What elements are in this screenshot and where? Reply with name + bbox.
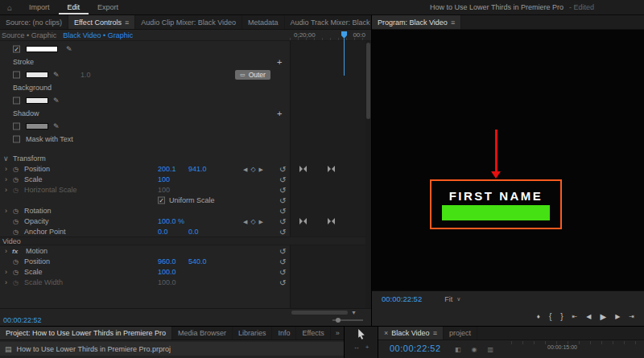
next-keyframe-icon[interactable]: ▶ [259,167,263,172]
stopwatch-icon[interactable]: ◷ [13,217,19,224]
twirl-open-icon[interactable]: ∨ [3,154,9,163]
anchor-x-value[interactable]: 0.0 [158,228,168,236]
go-to-in-button[interactable]: ⇤ [572,313,578,320]
reset-icon[interactable]: ↺ [279,195,286,204]
stroke-width-value[interactable]: 1.0 [80,71,91,79]
program-monitor[interactable]: FIRST NAME [372,30,644,290]
motion-position-y-value[interactable]: 540.0 [188,257,207,265]
twirl-icon[interactable]: › [5,165,7,173]
timeline-body[interactable]: 00:00:22:52 ◧ ◉ ▥ 00:00:15:00 [378,340,644,358]
tab-source-monitor[interactable]: Source: (no clips) [0,15,68,29]
zoom-slider[interactable] [332,319,363,321]
step-forward-button[interactable]: ▶ [615,313,620,320]
tab-edit[interactable]: Edit [59,0,89,14]
insert-overwrite-icon[interactable]: ◧ [455,346,461,353]
panel-menu-icon[interactable]: ≡ [451,19,455,27]
home-icon[interactable]: ⌂ [7,3,12,12]
reset-icon[interactable]: ↺ [279,175,286,183]
keyframe-icon[interactable] [328,218,335,224]
add-keyframe-icon[interactable]: ◇ [250,218,255,225]
lower-third-graphic[interactable]: FIRST NAME [430,179,562,229]
tab-export[interactable]: Export [89,0,127,14]
fx-badge-icon[interactable]: fx [12,247,18,254]
stopwatch-icon[interactable]: ◷ [13,257,19,265]
prev-keyframe-icon[interactable]: ◀ [243,219,247,224]
next-keyframe-icon[interactable]: ▶ [259,219,263,224]
reset-icon[interactable]: ↺ [279,216,286,225]
reset-icon[interactable]: ↺ [279,164,286,173]
panel-overflow-icon[interactable]: » [331,327,344,339]
project-file-item[interactable]: ▤ How to Use Lower Thirds in Premiere Pr… [0,342,344,356]
keyframe-icon[interactable] [328,166,335,172]
fill-enable-checkbox[interactable] [13,46,20,53]
tab-media-browser[interactable]: Media Browser [172,327,233,339]
eyedropper-icon[interactable]: ✎ [53,71,60,79]
linked-selection-icon[interactable]: ▥ [488,346,494,353]
eyedropper-icon[interactable]: ✎ [53,122,60,130]
timeline-timecode[interactable]: 00:00:22:52 [390,344,441,353]
go-to-out-button[interactable]: ⇥ [629,313,634,320]
opacity-value[interactable]: 100.0 % [158,217,184,225]
close-icon[interactable]: × [384,329,388,337]
shadow-color-swatch[interactable] [26,123,48,130]
twirl-icon[interactable]: › [5,207,7,215]
tab-project[interactable]: Project: How to Use Lower Thirds in Prem… [0,327,172,339]
breadcrumb-source[interactable]: Source • Graphic [2,31,56,39]
tab-audio-track-mixer[interactable]: Audio Track Mixer: Black Video [285,15,371,29]
tab-import[interactable]: Import [20,0,59,14]
effect-timeline-ruler[interactable]: 0;20;00 00:0 [290,30,365,40]
position-y-value[interactable]: 941.0 [188,165,207,173]
tab-audio-clip-mixer[interactable]: Audio Clip Mixer: Black Video [135,15,242,29]
tab-program-monitor[interactable]: Program: Black Video ≡ [372,15,461,29]
twirl-icon[interactable]: › [5,278,7,286]
reset-icon[interactable]: ↺ [279,278,286,286]
horizontal-scrollbar[interactable] [291,311,348,315]
tab-metadata[interactable]: Metadata [242,15,285,29]
keyframe-icon[interactable] [299,166,307,172]
reset-icon[interactable]: ↺ [279,267,286,276]
tab-libraries[interactable]: Libraries [233,327,273,339]
twirl-icon[interactable]: › [5,175,7,183]
stroke-enable-checkbox[interactable] [13,72,20,79]
scale-value[interactable]: 100 [158,175,170,183]
stopwatch-icon[interactable]: ◷ [13,268,19,275]
fill-color-swatch[interactable] [26,46,58,52]
motion-scale-value[interactable]: 100.0 [158,268,176,276]
reset-icon[interactable]: ↺ [279,185,286,194]
reset-icon[interactable]: ↺ [279,246,286,255]
background-color-swatch[interactable] [26,97,48,104]
stopwatch-icon[interactable]: ◷ [13,207,19,214]
motion-position-x-value[interactable]: 960.0 [158,257,176,265]
stopwatch-icon[interactable]: ◷ [13,175,19,183]
program-timecode[interactable]: 00:00:22:52 [382,294,422,303]
track-select-tool-icon[interactable]: ↔ [353,344,360,351]
effect-playhead[interactable] [341,31,347,76]
twirl-icon[interactable]: › [5,247,7,255]
panel-menu-icon[interactable]: ≡ [433,329,437,337]
stopwatch-icon[interactable]: ◷ [13,165,19,172]
filter-icon[interactable]: ▼ [351,310,357,315]
twirl-icon[interactable]: › [5,268,7,276]
breadcrumb-clip[interactable]: Black Video • Graphic [63,31,133,39]
add-marker-button[interactable]: ♦ [537,313,540,320]
play-button[interactable]: ▶ [600,312,606,321]
stroke-style-dropdown[interactable]: ▭ Outer [235,70,270,80]
tab-effect-controls[interactable]: Effect Controls ≡ [68,15,135,29]
effect-controls-timecode[interactable]: 00:00:22:52 [3,316,42,324]
stroke-color-swatch[interactable] [26,72,48,78]
panel-menu-icon[interactable]: ≡ [125,19,129,27]
tool-icon[interactable]: + [365,344,369,351]
vertical-scrollbar[interactable] [365,41,371,308]
twirl-icon[interactable]: › [5,186,7,194]
keyframe-icon[interactable] [299,218,307,224]
tab-timeline-black-video[interactable]: × Black Video ≡ [378,327,444,339]
tab-info[interactable]: Info [272,327,296,339]
add-shadow-button[interactable]: + [277,109,282,118]
background-enable-checkbox[interactable] [13,97,20,105]
mark-in-button[interactable]: { [549,312,551,321]
add-stroke-button[interactable]: + [277,57,282,67]
reset-icon[interactable]: ↺ [279,257,286,265]
eyedropper-icon[interactable]: ✎ [66,45,72,53]
add-keyframe-icon[interactable]: ◇ [250,166,255,173]
reset-icon[interactable]: ↺ [279,206,286,215]
